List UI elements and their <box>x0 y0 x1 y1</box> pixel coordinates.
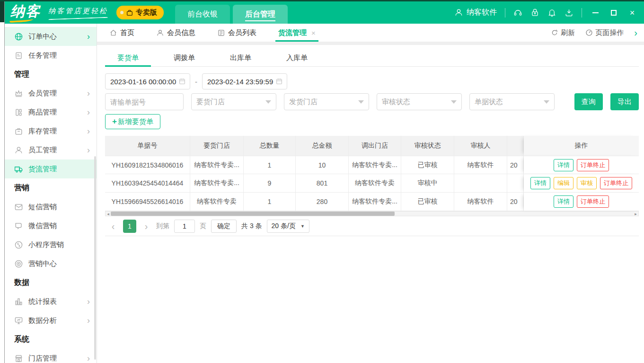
cell-clipped-date: 20 <box>507 156 524 174</box>
shopping-bag-icon <box>126 9 133 17</box>
order-status-select[interactable]: 单据状态 <box>469 93 555 110</box>
gauge-icon <box>585 29 593 36</box>
chevron-right-icon[interactable]: › <box>634 28 637 37</box>
maximize-button[interactable] <box>609 8 619 18</box>
col-order-no: 单据号 <box>105 136 190 156</box>
audit-button[interactable]: 审核 <box>577 177 597 189</box>
select-value: 审核状态 <box>382 97 410 106</box>
date-to-input[interactable] <box>207 78 273 86</box>
detail-button[interactable]: 详情 <box>554 195 573 208</box>
sidebar-item-miniapp-marketing[interactable]: 小程序营销 <box>5 235 97 254</box>
date-from-input[interactable] <box>110 78 176 86</box>
sidebar-item-logistics[interactable]: 货流管理 <box>5 159 97 178</box>
add-request-order-button[interactable]: + 新增要货单 <box>105 114 160 129</box>
page-actions-button[interactable]: 页面操作 <box>585 28 624 37</box>
cell-request-store: 纳客软件专卖... <box>190 156 244 174</box>
cell-audit-status: 审核中 <box>401 174 454 193</box>
close-button[interactable]: × <box>627 8 637 18</box>
order-no-input[interactable] <box>105 93 184 110</box>
terminate-order-button[interactable]: 订单终止 <box>577 195 609 208</box>
doc-icon <box>14 51 23 60</box>
cell-total-qty: 1 <box>244 156 296 174</box>
nav-tab-backoffice[interactable]: 后台管理 <box>233 5 288 24</box>
cell-total-amount: 801 <box>296 174 349 193</box>
page-size-select[interactable]: 20 条/页 ▼ <box>267 220 309 233</box>
chevron-right-icon: › <box>87 127 90 135</box>
cell-out-store: 纳客软件专卖... <box>349 193 401 211</box>
sidebar-item-goods[interactable]: 商品管理 › <box>5 103 97 122</box>
edit-button[interactable]: 编辑 <box>554 177 573 189</box>
table-header-row: 单据号 要货门店 总数量 总金额 调出门店 审核状态 审核人 操作 <box>105 136 639 156</box>
list-icon <box>217 29 225 37</box>
cell-order-no: YH16091821534806016 <box>105 156 190 174</box>
sidebar-item-marketing-center[interactable]: 营销中心 <box>5 254 97 273</box>
goto-page-input[interactable] <box>174 220 195 233</box>
cell-audit-status: 已审核 <box>401 193 454 211</box>
minimize-button[interactable] <box>590 8 600 18</box>
send-store-select[interactable]: 发货门店 <box>284 93 369 110</box>
audit-status-select[interactable]: 审核状态 <box>377 93 462 110</box>
tab-member-info[interactable]: 会员信息 <box>156 24 195 42</box>
refresh-button[interactable]: 刷新 <box>551 28 575 37</box>
sidebar-item-sms-marketing[interactable]: 短信营销 <box>5 197 97 216</box>
logistics-page: 要货单 调拨单 出库单 入库单 - <box>97 45 644 363</box>
search-button[interactable]: 查询 <box>574 93 603 110</box>
date-to-field[interactable] <box>202 73 287 89</box>
user-account[interactable]: 纳客软件 <box>454 8 497 18</box>
download-icon[interactable] <box>565 8 573 17</box>
scrollbar-thumb[interactable] <box>111 212 395 216</box>
date-from-field[interactable] <box>105 73 190 89</box>
close-tab-icon[interactable]: × <box>311 29 316 37</box>
tab-member-list[interactable]: 会员列表 <box>217 24 256 42</box>
tab-transfer-orders[interactable]: 调拨单 <box>161 50 207 66</box>
lock-icon[interactable] <box>530 8 539 17</box>
cell-request-store: 纳客软件专卖... <box>190 174 244 193</box>
tab-logistics[interactable]: 货流管理 × <box>278 24 316 42</box>
current-page-button[interactable]: 1 <box>123 220 136 233</box>
date-range-separator: - <box>195 78 197 86</box>
select-value: 发货门店 <box>289 97 318 106</box>
store-icon <box>14 354 23 363</box>
horizontal-scrollbar[interactable]: ◂ ▸ <box>105 211 639 216</box>
tab-home[interactable]: 首页 <box>109 24 134 42</box>
sidebar-item-analytics[interactable]: 数据分析 › <box>5 311 97 330</box>
scroll-left-icon[interactable]: ◂ <box>106 212 111 216</box>
header-nav: 前台收银 后台管理 <box>175 5 288 24</box>
detail-button[interactable]: 详情 <box>554 159 573 171</box>
add-button-label: 新增要货单 <box>118 117 153 126</box>
next-page-icon[interactable]: › <box>141 221 151 231</box>
headset-icon[interactable] <box>513 8 522 17</box>
tab-outbound-orders[interactable]: 出库单 <box>218 50 264 66</box>
sidebar-item-stores[interactable]: 门店管理 › <box>5 349 97 363</box>
bell-icon[interactable] <box>547 8 556 17</box>
export-button[interactable]: 导出 <box>610 93 639 110</box>
app-tagline: 纳客管店更轻松 <box>48 7 108 19</box>
confirm-page-button[interactable]: 确定 <box>211 220 237 233</box>
truck-icon <box>14 165 23 174</box>
refresh-label: 刷新 <box>561 28 575 37</box>
terminate-order-button[interactable]: 订单终止 <box>600 177 632 189</box>
sidebar-item-label: 微信营销 <box>28 221 57 230</box>
request-store-select[interactable]: 要货门店 <box>191 93 276 110</box>
detail-button[interactable]: 详情 <box>530 177 550 189</box>
cell-auditor <box>454 174 507 193</box>
sidebar-item-wechat-marketing[interactable]: 微信营销 <box>5 216 97 235</box>
sidebar-item-inventory[interactable]: 库存管理 › <box>5 122 97 141</box>
prev-page-icon[interactable]: ‹ <box>108 221 118 231</box>
sidebar-item-staff[interactable]: 员工管理 › <box>5 141 97 159</box>
scroll-right-icon[interactable]: ▸ <box>633 212 638 216</box>
terminate-order-button[interactable]: 订单终止 <box>577 159 609 171</box>
tab-request-orders[interactable]: 要货单 <box>105 50 151 66</box>
sidebar-item-label: 货流管理 <box>28 165 57 174</box>
sidebar-item-tasks[interactable]: 任务管理 <box>5 46 97 65</box>
cell-total-qty: 9 <box>244 174 296 193</box>
sidebar-item-members[interactable]: 会员管理 › <box>5 84 97 103</box>
edition-badge: 专卖版 <box>116 6 164 19</box>
nav-tab-frontdesk[interactable]: 前台收银 <box>175 5 230 24</box>
sidebar-item-reports[interactable]: 统计报表 › <box>5 292 97 311</box>
tab-inbound-orders[interactable]: 入库单 <box>274 50 320 66</box>
cell-order-no: YH16039425454014464 <box>105 174 190 193</box>
cell-request-store: 纳客软件专卖 <box>190 193 244 211</box>
cell-auditor: 纳客软件 <box>454 193 507 211</box>
sidebar-item-order-center[interactable]: 订单中心 › <box>5 27 97 46</box>
